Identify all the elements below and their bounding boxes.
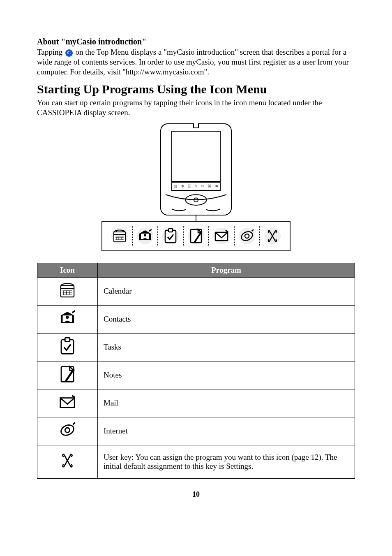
- calendar-icon: [58, 281, 77, 300]
- mini-icon: ✎: [194, 184, 198, 188]
- svg-rect-15: [65, 338, 70, 341]
- iconbar-cell-userkey: [259, 226, 285, 246]
- row-program: Tasks: [98, 333, 355, 361]
- iconbar-cell-notes: [183, 226, 208, 246]
- svg-rect-6: [168, 229, 173, 232]
- mini-icon: ⌘: [208, 184, 212, 188]
- table-row: Mail: [37, 389, 355, 417]
- table-row: Notes: [37, 361, 355, 389]
- notes-icon: [59, 365, 76, 384]
- userkey-icon: [264, 228, 281, 244]
- svg-rect-11: [61, 285, 74, 297]
- iconbar-cell-mail: [208, 226, 234, 246]
- row-program: Internet: [98, 417, 355, 445]
- about-heading: About "myCasio introduction": [37, 37, 355, 46]
- internet-icon: [239, 228, 255, 244]
- mycasio-inline-icon: C: [65, 49, 73, 57]
- tasks-icon: [59, 337, 76, 356]
- row-icon-notes: [37, 361, 98, 389]
- internet-icon: [58, 421, 77, 440]
- row-icon-calendar: [37, 277, 98, 305]
- device-figure: ◍ ❖ ☑ ✎ ✉ ⌘ ✖: [37, 123, 355, 251]
- iconbar-cell-contacts: [132, 226, 157, 246]
- table-row: Contacts: [37, 305, 355, 333]
- mini-icon: ◍: [174, 184, 178, 188]
- about-paragraph: Tapping C on the Top Menu displays a "my…: [37, 47, 355, 76]
- device-chin: [164, 192, 228, 213]
- page-number: 10: [37, 490, 355, 499]
- svg-point-4: [144, 234, 146, 236]
- row-icon-contacts: [37, 305, 98, 333]
- page: About "myCasio introduction" Tapping C o…: [0, 0, 392, 556]
- contacts-icon: [137, 228, 153, 244]
- mini-icon: ☑: [188, 184, 191, 188]
- device-top-notch: [193, 123, 199, 128]
- icon-program-table: Icon Program Calendar: [37, 263, 355, 479]
- row-program: User key: You can assign the program you…: [98, 445, 355, 478]
- iconbar-cell-tasks: [157, 226, 183, 246]
- svg-rect-2: [114, 232, 125, 242]
- about-text-1b: on the Top Menu displays a "myCasio intr…: [37, 48, 349, 76]
- notes-icon: [189, 228, 203, 244]
- table-head-icon: Icon: [37, 263, 98, 277]
- row-icon-internet: [37, 417, 98, 445]
- svg-point-19: [65, 428, 70, 433]
- mini-icon: ❖: [181, 184, 184, 188]
- table-row: Internet: [37, 417, 355, 445]
- iconbar-large: [101, 221, 291, 251]
- tasks-icon: [164, 228, 178, 244]
- contacts-icon: [58, 309, 77, 328]
- table-head-program: Program: [98, 263, 355, 277]
- device-screen: [171, 131, 221, 182]
- table-row: Tasks: [37, 333, 355, 361]
- about-text-1a: Tapping: [37, 48, 65, 56]
- device-mini-iconbar: ◍ ❖ ☑ ✎ ✉ ⌘ ✖: [171, 182, 221, 191]
- calendar-icon: [111, 228, 128, 244]
- svg-point-10: [245, 234, 249, 238]
- row-program: Mail: [98, 389, 355, 417]
- table-row: Calendar: [37, 277, 355, 305]
- table-row: User key: You can assign the program you…: [37, 445, 355, 478]
- section-intro: You can start up certain programs by tap…: [37, 98, 355, 118]
- mini-icon: ✖: [215, 184, 218, 188]
- userkey-icon: [58, 451, 77, 470]
- iconbar-cell-internet: [234, 226, 259, 246]
- row-icon-userkey: [37, 445, 98, 478]
- row-icon-tasks: [37, 333, 98, 361]
- section-title: Starting Up Programs Using the Icon Menu: [37, 82, 355, 96]
- row-program: Calendar: [98, 277, 355, 305]
- mail-icon: [58, 393, 77, 412]
- mail-icon: [213, 228, 230, 244]
- row-icon-mail: [37, 389, 98, 417]
- row-program: Contacts: [98, 305, 355, 333]
- row-program: Notes: [98, 361, 355, 389]
- device-outline: ◍ ❖ ☑ ✎ ✉ ⌘ ✖: [160, 123, 232, 215]
- iconbar-cell-calendar: [107, 226, 132, 246]
- svg-point-13: [66, 316, 69, 319]
- mini-icon: ✉: [201, 184, 204, 188]
